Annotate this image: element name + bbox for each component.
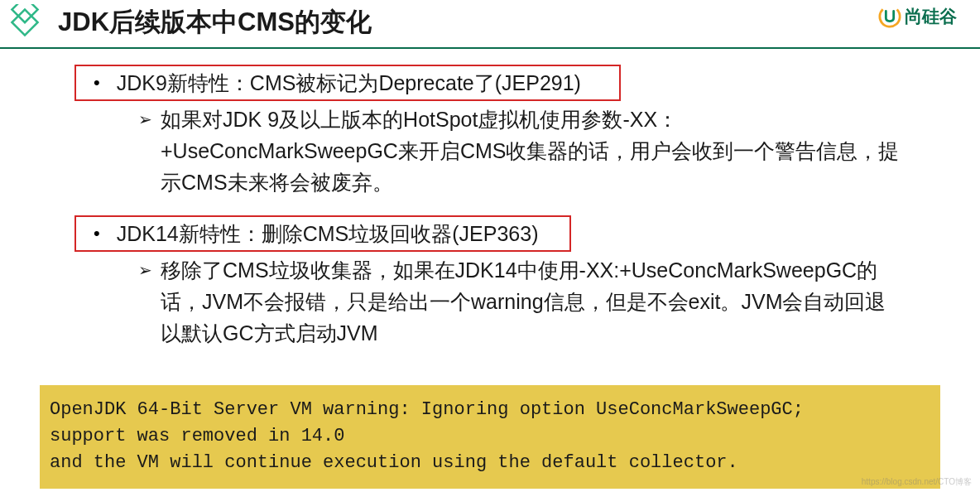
code-line: OpenJDK 64-Bit Server VM warning: Ignori… bbox=[50, 397, 930, 423]
slide-header: JDK后续版本中CMS的变化 尚硅谷 bbox=[0, 0, 980, 49]
sub-item: ➢ 移除了CMS垃圾收集器，如果在JDK14中使用-XX:+UseConcMar… bbox=[138, 254, 914, 349]
watermark-text: https://blog.csdn.net/CTO博客 bbox=[862, 476, 972, 488]
arrow-icon: ➢ bbox=[138, 254, 152, 286]
arrow-icon: ➢ bbox=[138, 104, 152, 135]
brand-icon bbox=[878, 5, 901, 28]
page-title: JDK后续版本中CMS的变化 bbox=[58, 5, 372, 40]
sub-text: 如果对JDK 9及以上版本的HotSpot虚拟机使用参数-XX：+UseConc… bbox=[161, 104, 906, 198]
sub-list: ➢ 如果对JDK 9及以上版本的HotSpot虚拟机使用参数-XX：+UseCo… bbox=[79, 104, 914, 198]
bullet-item: • JDK9新特性：CMS被标记为Deprecate了(JEP291) ➢ 如果… bbox=[79, 67, 914, 198]
decor-diamond-icon bbox=[7, 4, 43, 41]
bullet-item: • JDK14新特性：删除CMS垃圾回收器(JEP363) ➢ 移除了CMS垃圾… bbox=[79, 218, 914, 349]
sub-text: 移除了CMS垃圾收集器，如果在JDK14中使用-XX:+UseConcMarkS… bbox=[161, 254, 906, 349]
code-line: and the VM will continue execution using… bbox=[50, 450, 930, 476]
brand-logo: 尚硅谷 bbox=[878, 5, 957, 28]
highlight-frame bbox=[74, 65, 621, 101]
sub-item: ➢ 如果对JDK 9及以上版本的HotSpot虚拟机使用参数-XX：+UseCo… bbox=[138, 104, 914, 198]
svg-point-2 bbox=[878, 5, 901, 28]
highlight-frame bbox=[74, 215, 571, 252]
slide-content: • JDK9新特性：CMS被标记为Deprecate了(JEP291) ➢ 如果… bbox=[0, 49, 980, 377]
brand-text: 尚硅谷 bbox=[905, 5, 957, 28]
code-line: support was removed in 14.0 bbox=[50, 423, 930, 450]
bullet-title-row: • JDK14新特性：删除CMS垃圾回收器(JEP363) bbox=[79, 218, 914, 249]
sub-list: ➢ 移除了CMS垃圾收集器，如果在JDK14中使用-XX:+UseConcMar… bbox=[79, 254, 914, 349]
code-block: OpenJDK 64-Bit Server VM warning: Ignori… bbox=[40, 385, 940, 489]
bullet-title-row: • JDK9新特性：CMS被标记为Deprecate了(JEP291) bbox=[79, 67, 914, 99]
